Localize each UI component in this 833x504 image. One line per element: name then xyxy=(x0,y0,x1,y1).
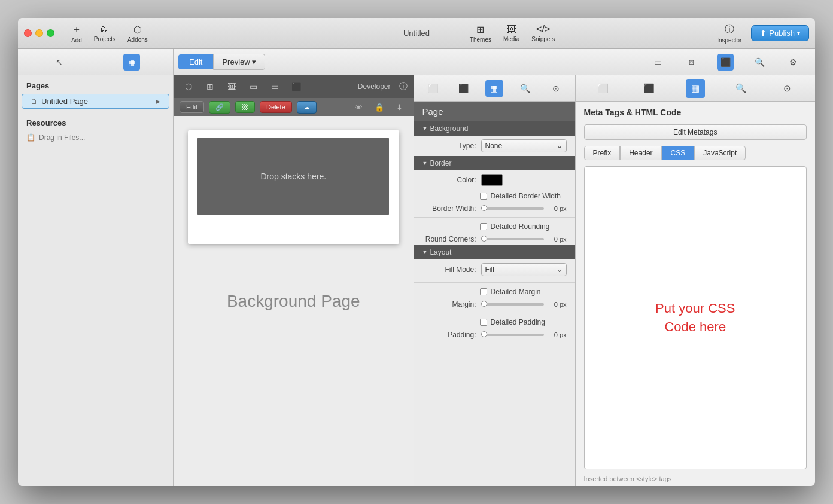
background-section-header[interactable]: ▼ Background xyxy=(414,121,575,136)
bg-type-value: None xyxy=(485,142,503,150)
insp-icon-1[interactable]: ⬜ xyxy=(594,79,613,98)
image-icon[interactable]: 🖼 xyxy=(223,79,241,94)
fill-mode-select[interactable]: Fill ⌄ xyxy=(481,263,567,276)
stack-icon[interactable]: ⬡ xyxy=(180,79,197,94)
prop-icon-4[interactable]: 🔍 xyxy=(516,80,534,97)
tab-header[interactable]: Header xyxy=(620,146,661,160)
insp-icon-4[interactable]: 🔍 xyxy=(732,79,751,98)
info-icon[interactable]: ⓘ xyxy=(399,81,408,92)
canvas-wrapper: ⬡ ⊞ 🖼 ▭ ▭ ⬛ Developer ⓘ Edit 🔗 ⛓ Delete … xyxy=(174,75,414,486)
snippets-button[interactable]: </> Snippets xyxy=(527,22,560,45)
maximize-button[interactable] xyxy=(47,29,54,37)
background-label: Background xyxy=(430,124,468,133)
border-width-slider[interactable] xyxy=(481,207,544,210)
visibility-icon[interactable]: 👁 xyxy=(351,100,367,114)
drag-files-icon: 📋 xyxy=(26,133,35,142)
page-edit-button[interactable]: Edit xyxy=(180,101,204,113)
page-item[interactable]: 🗋 Untitled Page ▶ xyxy=(22,94,169,109)
titlebar: ＋ Add 🗂 Projects ⬡ Addons Untitled ⊞ The… xyxy=(18,18,815,49)
grid-icon[interactable]: ⊞ xyxy=(201,79,219,94)
projects-button[interactable]: 🗂 Projects xyxy=(89,22,120,45)
padding-slider[interactable] xyxy=(481,334,544,336)
page-canvas[interactable]: Drop stacks here. xyxy=(188,130,399,244)
drag-files-area[interactable]: 📋 Drag in Files... xyxy=(18,131,173,144)
themes-button[interactable]: ⊞ Themes xyxy=(465,22,496,45)
download-icon[interactable]: ⬇ xyxy=(392,100,408,114)
preview-mode-button[interactable]: Preview ▾ xyxy=(213,54,265,70)
divider-2 xyxy=(414,282,575,283)
padding-thumb[interactable] xyxy=(481,331,487,337)
prop-icon-5[interactable]: ⊙ xyxy=(547,80,565,97)
layout-single-icon[interactable]: ▭ xyxy=(649,54,666,71)
margin-slider[interactable] xyxy=(481,303,544,306)
tool-page-icon[interactable]: ▦ xyxy=(123,54,140,71)
insp-icon-2[interactable]: ⬛ xyxy=(640,79,659,98)
main-toolbar: ＋ Add 🗂 Projects ⬡ Addons xyxy=(66,21,153,46)
round-corners-thumb[interactable] xyxy=(481,236,487,242)
bg-type-select[interactable]: None ⌄ xyxy=(481,139,567,152)
detailed-margin-row: Detailed Margin xyxy=(414,285,575,298)
round-corners-value: 0 px xyxy=(549,236,567,243)
layout-section-header[interactable]: ▼ Layout xyxy=(414,245,575,259)
detailed-rounding-checkbox[interactable] xyxy=(480,223,487,230)
device-tablet-icon[interactable]: ▭ xyxy=(266,79,284,94)
insp-icon-5[interactable]: ⊙ xyxy=(778,79,797,98)
page-unlink-button[interactable]: ⛓ xyxy=(235,101,255,113)
inspector-button[interactable]: ⓘ Inspector xyxy=(712,21,746,46)
prop-icon-3[interactable]: ▦ xyxy=(485,80,503,97)
canvas[interactable]: Drop stacks here. xyxy=(174,116,414,486)
round-corners-slider[interactable] xyxy=(481,238,544,240)
tool-pointer-icon[interactable]: ↖ xyxy=(51,54,68,71)
border-width-thumb[interactable] xyxy=(481,205,487,211)
css-editor-area[interactable]: Put your CSS Code here xyxy=(584,166,807,469)
add-button[interactable]: ＋ Add xyxy=(66,21,87,46)
detailed-border-checkbox[interactable] xyxy=(480,193,487,200)
detailed-rounding-row: Detailed Rounding xyxy=(414,220,575,233)
tab-prefix[interactable]: Prefix xyxy=(584,146,621,160)
drop-zone[interactable]: Drop stacks here. xyxy=(197,138,389,215)
device-desktop-icon[interactable]: ⬛ xyxy=(287,79,305,94)
css-line2: Code here xyxy=(664,319,726,334)
properties-panel: ⬜ ⬛ ▦ 🔍 ⊙ Page ▼ Background Type: None xyxy=(414,75,575,486)
layout-full-icon[interactable]: ⬛ xyxy=(717,54,734,71)
snippets-label: Snippets xyxy=(531,36,555,42)
layout-split-icon[interactable]: ⧈ xyxy=(683,54,700,71)
page-cloud-button[interactable]: ☁ xyxy=(297,101,317,114)
border-color-label: Color: xyxy=(422,176,476,184)
detailed-margin-checkbox[interactable] xyxy=(480,288,487,295)
inspector-icon: ⓘ xyxy=(725,23,734,36)
detailed-border-row: Detailed Border Width xyxy=(414,190,575,203)
detailed-border-label: Detailed Border Width xyxy=(491,192,561,200)
layout-search-icon[interactable]: 🔍 xyxy=(751,54,768,71)
css-line1: Put your CSS xyxy=(655,301,735,316)
minimize-button[interactable] xyxy=(35,29,43,37)
tab-javascript[interactable]: JavaScript xyxy=(694,146,746,160)
prop-icon-1[interactable]: ⬜ xyxy=(424,80,442,97)
edit-mode-button[interactable]: Edit xyxy=(178,54,213,69)
device-mobile-icon[interactable]: ▭ xyxy=(244,79,262,94)
select-arrow-icon: ⌄ xyxy=(557,142,563,150)
insp-icon-3[interactable]: ▦ xyxy=(686,79,705,98)
page-delete-button[interactable]: Delete xyxy=(260,101,292,113)
edit-metatags-button[interactable]: Edit Metatags xyxy=(584,124,807,140)
addons-icon: ⬡ xyxy=(133,24,142,35)
border-section-header[interactable]: ▼ Border xyxy=(414,156,575,170)
addons-button[interactable]: ⬡ Addons xyxy=(123,22,153,45)
toolbar2-center: Edit Preview ▾ xyxy=(174,54,636,70)
detailed-padding-checkbox[interactable] xyxy=(480,319,487,326)
padding-label: Padding: xyxy=(422,331,476,339)
tab-css[interactable]: CSS xyxy=(662,146,695,160)
lock-icon[interactable]: 🔒 xyxy=(372,100,387,114)
page-link-button[interactable]: 🔗 xyxy=(209,101,230,114)
layout-gear-icon[interactable]: ⚙ xyxy=(785,54,802,71)
developer-label: Developer xyxy=(358,83,391,91)
border-color-swatch[interactable] xyxy=(481,174,503,186)
close-button[interactable] xyxy=(24,29,32,37)
publish-button[interactable]: ⬆ Publish ▾ xyxy=(751,25,809,41)
prop-icon-2[interactable]: ⬛ xyxy=(455,80,473,97)
margin-thumb[interactable] xyxy=(481,301,487,307)
margin-label: Margin: xyxy=(422,300,476,308)
drag-files-label: Drag in Files... xyxy=(39,133,85,142)
css-tabs: Prefix Header CSS JavaScript xyxy=(576,142,816,164)
media-button[interactable]: 🖼 Media xyxy=(498,22,524,45)
